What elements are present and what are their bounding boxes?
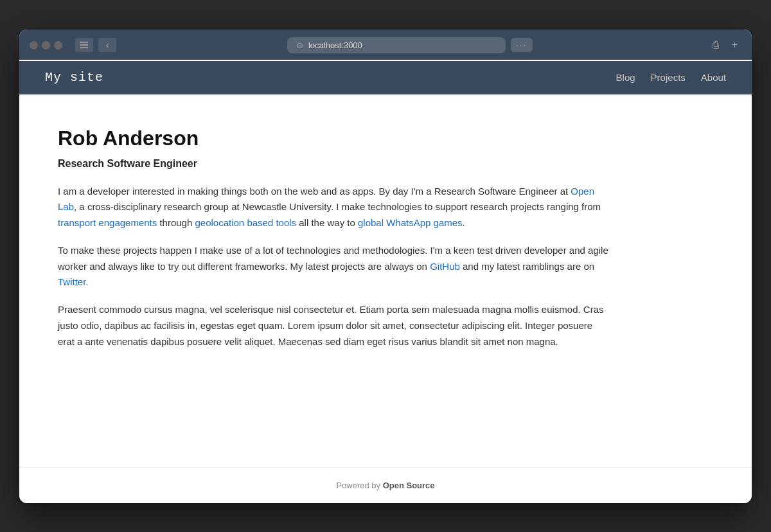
address-bar-row: ⊙ localhost:3000 ··· xyxy=(124,37,696,53)
nav-link-blog[interactable]: Blog xyxy=(616,72,635,83)
address-bar-more-button[interactable]: ··· xyxy=(511,38,533,52)
link-transport-engagements[interactable]: transport engagements xyxy=(58,217,157,228)
address-bar[interactable]: ⊙ localhost:3000 xyxy=(287,37,506,53)
browser-chrome: ‹ ⊙ localhost:3000 ··· ⎙ + xyxy=(19,30,752,60)
browser-titlebar: ‹ ⊙ localhost:3000 ··· ⎙ + xyxy=(30,37,741,60)
site-nav-links: Blog Projects About xyxy=(616,72,726,83)
site-logo[interactable]: My site xyxy=(45,70,103,85)
traffic-light-minimize[interactable] xyxy=(42,41,50,49)
back-button[interactable]: ‹ xyxy=(98,38,116,52)
url-text: localhost:3000 xyxy=(308,40,362,50)
footer-text-bold: Open Source xyxy=(383,481,435,490)
svg-rect-0 xyxy=(80,42,88,43)
paragraph-3: Praesent commodo cursus magna, vel scele… xyxy=(58,302,610,350)
page-main: Rob Anderson Research Software Engineer … xyxy=(58,127,610,350)
svg-rect-2 xyxy=(80,47,88,48)
sidebar-toggle-button[interactable] xyxy=(75,38,93,52)
site-content: Rob Anderson Research Software Engineer … xyxy=(19,94,752,467)
link-geolocation-tools[interactable]: geolocation based tools xyxy=(195,217,296,228)
browser-actions: ⎙ + xyxy=(709,38,741,52)
share-button[interactable]: ⎙ xyxy=(709,38,723,52)
lock-icon: ⊙ xyxy=(296,40,303,50)
link-open-lab[interactable]: Open Lab xyxy=(58,186,594,213)
page-subtitle: Research Software Engineer xyxy=(58,158,610,170)
traffic-light-maximize[interactable] xyxy=(54,41,62,49)
new-tab-button[interactable]: + xyxy=(728,38,741,52)
browser-controls: ‹ xyxy=(75,38,116,52)
nav-link-projects[interactable]: Projects xyxy=(651,72,686,83)
paragraph-1: I am a developer interested in making th… xyxy=(58,184,610,231)
site-footer: Powered by Open Source xyxy=(19,467,752,503)
nav-link-about[interactable]: About xyxy=(701,72,726,83)
link-github[interactable]: GitHub xyxy=(430,261,460,272)
site-navbar: My site Blog Projects About xyxy=(19,61,752,94)
footer-text: Powered by Open Source xyxy=(336,481,434,490)
page-heading: Rob Anderson xyxy=(58,127,610,150)
browser-window: ‹ ⊙ localhost:3000 ··· ⎙ + My site Blog … xyxy=(19,30,752,503)
footer-text-prefix: Powered by xyxy=(336,481,382,490)
traffic-lights xyxy=(30,41,62,49)
link-whatsapp-games[interactable]: global WhatsApp games xyxy=(358,217,463,228)
paragraph-2: To make these projects happen I make use… xyxy=(58,243,610,290)
svg-rect-1 xyxy=(80,44,88,46)
traffic-light-close[interactable] xyxy=(30,41,38,49)
link-twitter[interactable]: Twitter xyxy=(58,276,85,287)
